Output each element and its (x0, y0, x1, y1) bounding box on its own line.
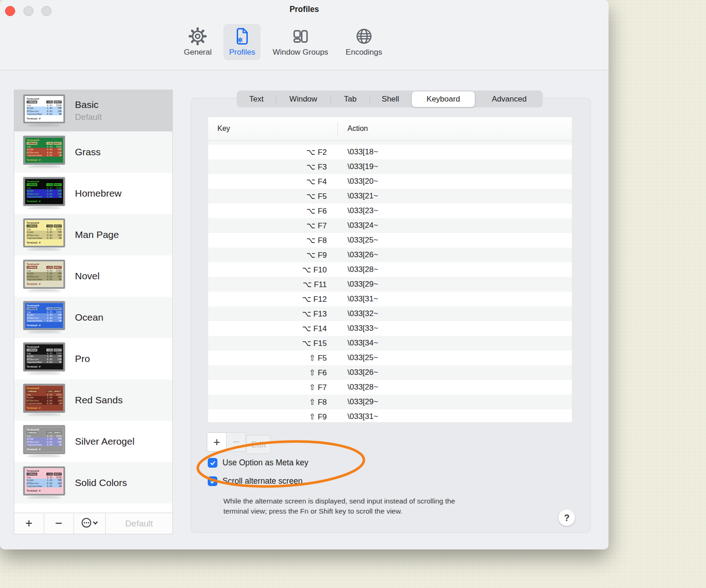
checkbox-label: Use Option as Meta key (222, 458, 308, 468)
action-cell: \033[19~ (347, 162, 378, 171)
profile-row-basic[interactable]: Terminal# COMMAND%CPURPRVT top4.1%231KXc… (14, 90, 172, 131)
profile-row-solid-colors[interactable]: Terminal# COMMAND%CPURPRVT top4.1%231KXc… (14, 462, 172, 503)
thumbnail-reflection (27, 372, 61, 375)
table-row[interactable]: ⇧ F9 \033[31~ (208, 409, 572, 423)
table-row[interactable]: ⌥ F11 \033[29~ (208, 277, 572, 292)
profile-tabs: TextWindowTabShellKeyboardAdvanced (237, 90, 543, 107)
toolbar-item-general[interactable]: General (178, 24, 217, 60)
key-cell: ⌥ F8 (208, 236, 327, 245)
table-row[interactable]: ⇧ F7 \033[28~ (208, 380, 572, 395)
table-row[interactable]: ⌥ F13 \033[32~ (208, 306, 572, 321)
action-cell: \033[26~ (347, 368, 378, 377)
profile-name: Ocean (75, 312, 103, 323)
profile-name: Pro (75, 353, 90, 364)
default-profile-button[interactable]: Default (106, 513, 172, 534)
profile-actions-button[interactable] (74, 513, 106, 534)
key-cell: ⇧ F8 (208, 397, 327, 407)
action-cell: \033[33~ (347, 324, 378, 333)
keyboard-shortcut-table: Key Action ⌥ F2 \033[18~ ⌥ F3 \033[19~ ⌥… (208, 117, 572, 423)
edit-shortcut-button[interactable]: Edit (246, 435, 271, 454)
tab-tab[interactable]: Tab (330, 90, 370, 107)
key-cell: ⌥ F15 (208, 339, 327, 348)
table-row[interactable]: ⇧ F8 \033[29~ (208, 395, 572, 409)
profile-row-homebrew[interactable]: Terminal# COMMAND%CPURPRVT top4.1%231KXc… (14, 173, 172, 214)
profile-thumbnail: Terminal# COMMAND%CPURPRVT top4.1%231KXc… (23, 136, 65, 169)
tab-text[interactable]: Text (237, 90, 276, 107)
profile-thumbnail: Terminal# COMMAND%CPURPRVT top4.1%231KXc… (23, 467, 65, 499)
toolbar-item-window-groups[interactable]: Window Groups (267, 24, 334, 60)
scroll-alternate-screen-checkbox[interactable] (208, 476, 217, 486)
action-cell: \033[25~ (347, 236, 378, 245)
thumbnail-reflection (27, 165, 61, 169)
tab-shell[interactable]: Shell (370, 90, 411, 107)
table-row[interactable]: ⌥ F5 \033[21~ (208, 189, 572, 204)
preferences-window: Profiles General Profiles Window Groups … (0, 0, 609, 549)
tab-advanced[interactable]: Advanced (476, 90, 543, 107)
profile-row-red-sands[interactable]: Terminal# COMMAND%CPURPRVT top4.1%231KXc… (14, 379, 172, 421)
thumbnail-reflection (27, 248, 61, 251)
action-cell: \033[24~ (347, 221, 378, 230)
table-row[interactable]: ⇧ F6 \033[26~ (208, 365, 572, 380)
action-cell: \033[18~ (347, 147, 378, 157)
add-shortcut-button[interactable]: + (207, 432, 227, 452)
key-cell: ⇧ F9 (208, 412, 327, 422)
action-cell: \033[29~ (347, 280, 378, 289)
profile-name: Grass (75, 147, 101, 158)
action-cell: \033[23~ (347, 206, 378, 215)
key-cell: ⌥ F3 (208, 162, 327, 172)
table-row[interactable]: ⌥ F8 \033[25~ (208, 233, 572, 248)
thumbnail-reflection (27, 331, 61, 334)
table-row[interactable]: ⌥ F2 \033[18~ (208, 145, 572, 159)
action-cell: \033[31~ (347, 412, 378, 421)
action-cell: \033[28~ (347, 265, 378, 274)
profile-name: Silver Aerogel (75, 436, 135, 447)
table-row[interactable]: ⌥ F6 \033[23~ (208, 204, 572, 218)
table-row[interactable]: ⌥ F4 \033[20~ (208, 174, 572, 189)
use-option-as-meta-key-checkbox[interactable] (208, 458, 217, 468)
table-row[interactable]: ⌥ F9 \033[26~ (208, 248, 572, 262)
action-cell: \033[28~ (347, 383, 378, 392)
profile-list: Terminal# COMMAND%CPURPRVT top4.1%231KXc… (14, 90, 172, 513)
ellipsis-circle-chevron-icon (81, 517, 98, 530)
profile-name: Red Sands (75, 395, 123, 406)
profile-row-silver-aerogel[interactable]: Terminal# COMMAND%CPURPRVT top4.1%231KXc… (14, 421, 172, 462)
table-row[interactable]: ⌥ F15 \033[34~ (208, 336, 572, 351)
profile-row-ocean[interactable]: Terminal# COMMAND%CPURPRVT top4.1%231KXc… (14, 297, 172, 338)
profile-row-man-page[interactable]: Terminal# COMMAND%CPURPRVT top4.1%231KXc… (14, 214, 172, 255)
thumbnail-reflection (27, 207, 61, 210)
profile-row-grass[interactable]: Terminal# COMMAND%CPURPRVT top4.1%231KXc… (14, 131, 172, 173)
checkbox-row-scroll-alternate-screen[interactable]: Scroll alternate screen (208, 476, 302, 486)
profile-name: Novel (75, 271, 100, 282)
key-cell: ⇧ F6 (208, 368, 327, 378)
key-cell: ⇧ F7 (208, 383, 327, 392)
help-button[interactable]: ? (558, 509, 575, 526)
table-body: ⌥ F2 \033[18~ ⌥ F3 \033[19~ ⌥ F4 \033[20… (208, 141, 572, 423)
action-cell: \033[31~ (347, 294, 378, 304)
table-row[interactable]: ⌥ F7 \033[24~ (208, 218, 572, 233)
toolbar-item-encodings[interactable]: Encodings (340, 24, 387, 60)
remove-profile-button[interactable]: − (44, 513, 74, 534)
tab-keyboard[interactable]: Keyboard (412, 91, 475, 107)
table-row[interactable]: ⌥ F14 \033[33~ (208, 321, 572, 336)
key-cell: ⌥ F11 (208, 280, 327, 289)
table-row[interactable]: ⌥ F10 \033[28~ (208, 262, 572, 277)
table-row[interactable]: ⌥ F3 \033[19~ (208, 159, 572, 174)
table-row[interactable]: ⇧ F5 \033[25~ (208, 351, 572, 365)
action-cell: \033[25~ (347, 353, 378, 362)
gear-icon (188, 26, 208, 46)
remove-shortcut-button[interactable]: − (226, 432, 246, 452)
checkbox-row-use-option-as-meta-key[interactable]: Use Option as Meta key (208, 458, 308, 468)
profile-thumbnail: Terminal# COMMAND%CPURPRVT top4.1%231KXc… (23, 425, 65, 458)
key-cell: ⌥ F2 (208, 147, 327, 157)
profile-name: Basic (75, 99, 102, 110)
add-profile-button[interactable]: + (14, 513, 44, 534)
toolbar-item-profiles[interactable]: Profiles (223, 24, 261, 60)
profile-row-novel[interactable]: Terminal# COMMAND%CPURPRVT top4.1%231KXc… (14, 255, 172, 297)
table-row[interactable]: ⌥ F12 \033[31~ (208, 292, 572, 306)
window-title: Profiles (0, 5, 609, 14)
alternate-screen-help-text: While the alternate screen is displayed,… (223, 496, 455, 516)
key-cell: ⌥ F10 (208, 265, 327, 275)
tab-window[interactable]: Window (276, 90, 330, 107)
profile-row-pro[interactable]: Terminal# COMMAND%CPURPRVT top4.1%231KXc… (14, 338, 172, 379)
profile-name: Homebrew (75, 188, 122, 199)
